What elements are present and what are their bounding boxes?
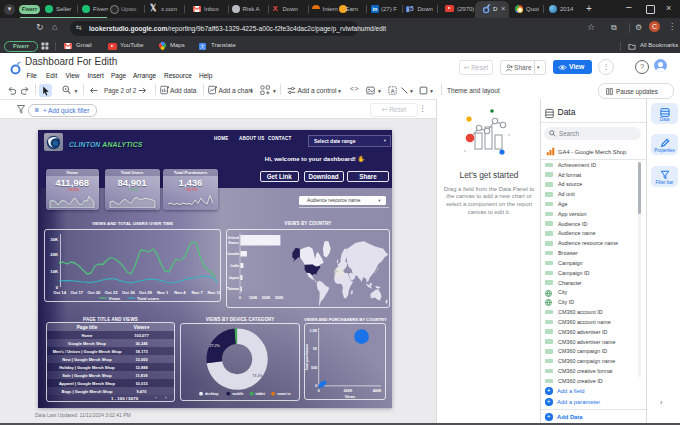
svg-text:73.4%: 73.4% bbox=[252, 374, 263, 378]
svg-text:0: 0 bbox=[318, 389, 320, 393]
svg-text:Japan: Japan bbox=[229, 276, 239, 280]
svg-text:Nov 4: Nov 4 bbox=[174, 290, 186, 295]
svg-text:0: 0 bbox=[239, 296, 241, 300]
svg-text:Nov 1: Nov 1 bbox=[157, 290, 169, 295]
svg-text:Oct 14: Oct 14 bbox=[53, 290, 66, 295]
svg-text:200K: 200K bbox=[344, 389, 353, 393]
svg-text:Nov 10: Nov 10 bbox=[207, 290, 220, 295]
svg-text:Total users: Total users bbox=[137, 296, 160, 301]
svg-text:1K: 1K bbox=[313, 347, 318, 351]
svg-text:27.2%: 27.2% bbox=[209, 344, 220, 348]
svg-text:desktop: desktop bbox=[205, 392, 218, 396]
svg-text:Oct 26: Oct 26 bbox=[122, 290, 135, 295]
svg-text:1.5K: 1.5K bbox=[309, 329, 317, 333]
svg-text:Oct 29: Oct 29 bbox=[139, 290, 152, 295]
svg-text:20K: 20K bbox=[50, 252, 58, 257]
svg-text:10K: 10K bbox=[50, 269, 58, 274]
svg-text:India: India bbox=[231, 264, 240, 268]
svg-text:Total purchasers: Total purchasers bbox=[305, 344, 309, 370]
svg-text:Oct 17: Oct 17 bbox=[70, 290, 83, 295]
svg-text:200K: 200K bbox=[262, 296, 271, 300]
svg-text:smart tv: smart tv bbox=[277, 392, 291, 396]
svg-text:Taiwan: Taiwan bbox=[227, 287, 239, 291]
svg-text:500: 500 bbox=[311, 366, 317, 370]
svg-text:Oct 20: Oct 20 bbox=[88, 290, 101, 295]
svg-text:0: 0 bbox=[315, 384, 317, 388]
svg-text:Views: Views bbox=[109, 296, 121, 301]
svg-text:400K: 400K bbox=[373, 389, 382, 393]
svg-text:tablet: tablet bbox=[256, 392, 266, 396]
svg-text:30K: 30K bbox=[50, 237, 58, 242]
svg-text:Nov 7: Nov 7 bbox=[191, 290, 203, 295]
svg-text:300K: 300K bbox=[275, 296, 284, 300]
svg-text:A: A bbox=[391, 87, 395, 93]
svg-text:mobile: mobile bbox=[232, 392, 243, 396]
svg-text:United: United bbox=[228, 236, 239, 240]
svg-text:Views: Views bbox=[345, 395, 355, 399]
svg-text:Canada: Canada bbox=[227, 252, 240, 256]
svg-text:100K: 100K bbox=[249, 296, 258, 300]
svg-text:States: States bbox=[228, 241, 239, 245]
svg-text:Oct 23: Oct 23 bbox=[105, 290, 118, 295]
